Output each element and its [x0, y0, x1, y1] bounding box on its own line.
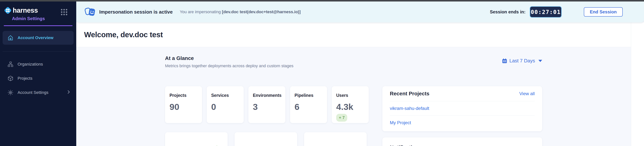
app-root: harness Admin Settings Account Overview: [0, 1, 644, 146]
stat-value: 3: [253, 102, 281, 111]
at-a-glance-header: At a Glance Metrics brings together depl…: [165, 55, 542, 68]
sidebar-item-organizations[interactable]: Organizations: [2, 58, 74, 70]
stats-row: Projects 90 Services 0 Environments 3: [165, 86, 369, 123]
calendar-icon: [502, 58, 507, 64]
scrollbar-gutter: [631, 22, 644, 146]
chevron-down-icon: [538, 60, 542, 62]
sidebar-item-label: Projects: [18, 76, 32, 81]
theater-masks-icon: [85, 7, 96, 17]
impersonation-subtitle: You are impersonating [dev.doc test(dev.…: [180, 9, 300, 14]
sidebar-item-account-settings[interactable]: Account Settings: [2, 87, 74, 98]
stat-card-users[interactable]: Users 4.3k + 7: [332, 86, 369, 123]
module-card-deployments[interactable]: Deployments ∞: [165, 132, 228, 146]
project-row[interactable]: My Project: [390, 116, 535, 130]
sidebar-item-label: Account Settings: [18, 90, 48, 95]
module-grid-icon[interactable]: [61, 9, 67, 15]
stat-label: Projects: [170, 93, 198, 98]
home-icon: [8, 35, 14, 41]
module-card-feature-flags[interactable]: Feature Flags: [304, 132, 367, 146]
notifications-panel: Notifications: [382, 138, 542, 146]
harness-logo-icon: [4, 6, 12, 14]
session-ends-label: Session ends in:: [490, 9, 526, 14]
sidebar-accent-rule: [4, 25, 72, 26]
dashboard-scroll-area[interactable]: At a Glance Metrics brings together depl…: [76, 47, 631, 146]
stat-label: Environments: [253, 93, 281, 98]
stat-label: Users: [336, 93, 364, 98]
notifications-title: Notifications: [390, 145, 422, 146]
impersonation-subtitle-prefix: You are impersonating: [180, 9, 222, 14]
main-region: Impersonation session is active You are …: [76, 1, 644, 146]
page-content: Welcome, dev.doc test At a Glance Metric…: [76, 22, 631, 146]
browser-top-strip: [0, 0, 644, 1]
sidebar-header: harness Admin Settings: [0, 1, 76, 21]
at-a-glance-title: At a Glance: [165, 55, 294, 61]
org-chart-icon: [8, 61, 14, 67]
at-a-glance-subtitle: Metrics brings together deployments acro…: [165, 64, 294, 68]
sidebar: harness Admin Settings Account Overview: [0, 1, 76, 146]
impersonation-title: Impersonation session is active: [99, 9, 173, 15]
admin-settings-label: Admin Settings: [12, 16, 72, 21]
impersonated-user: [dev.doc test(dev.doc+test@harness.io)]: [222, 9, 301, 14]
stat-card-services[interactable]: Services 0: [207, 86, 244, 123]
gear-icon: [8, 90, 14, 95]
sidebar-divider: [2, 51, 74, 52]
module-cards-row: Deployments ∞ Builds: [165, 132, 369, 146]
sidebar-nav: Account Overview Organizations: [0, 31, 76, 98]
project-link[interactable]: My Project: [390, 120, 411, 125]
module-card-builds[interactable]: Builds: [234, 132, 297, 146]
impersonation-banner: Impersonation session is active You are …: [76, 1, 644, 22]
welcome-band: Welcome, dev.doc test: [76, 22, 631, 47]
stat-value: 4.3k: [336, 102, 364, 111]
sidebar-item-label: Organizations: [18, 62, 43, 67]
logo-wordmark: harness: [13, 6, 38, 14]
project-row[interactable]: vikram-sahu-default: [390, 101, 535, 115]
project-link[interactable]: vikram-sahu-default: [390, 106, 429, 111]
stat-card-pipelines[interactable]: Pipelines 6: [290, 86, 327, 123]
stat-value: 0: [211, 102, 239, 111]
users-delta-badge: + 7: [336, 114, 347, 122]
date-range-value: Last 7 Days: [510, 58, 535, 64]
sidebar-item-label: Account Overview: [18, 35, 54, 40]
recent-projects-panel: Recent Projects View all vikram-sahu-def…: [382, 86, 542, 131]
recent-projects-title: Recent Projects: [390, 91, 430, 97]
session-countdown-timer: 00:27:01: [530, 6, 562, 18]
stat-card-projects[interactable]: Projects 90: [165, 86, 202, 123]
stat-card-environments[interactable]: Environments 3: [248, 86, 285, 123]
stat-label: Services: [211, 93, 239, 98]
cube-icon: [8, 75, 14, 81]
date-range-filter[interactable]: Last 7 Days: [502, 58, 542, 64]
stat-value: 90: [170, 102, 198, 111]
chevron-right-icon: [66, 90, 71, 95]
sidebar-item-projects[interactable]: Projects: [2, 73, 74, 84]
stat-label: Pipelines: [294, 93, 322, 98]
view-all-link[interactable]: View all: [519, 91, 535, 96]
stat-value: 6: [294, 102, 322, 111]
sidebar-item-account-overview[interactable]: Account Overview: [2, 31, 74, 45]
page-title: Welcome, dev.doc test: [84, 31, 163, 39]
end-session-button[interactable]: End Session: [584, 7, 623, 17]
